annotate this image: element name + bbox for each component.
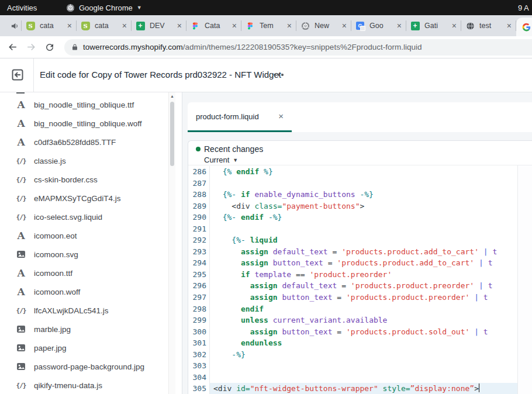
code-file-icon: {/} xyxy=(15,307,27,314)
scrollbar-thumb[interactable] xyxy=(170,102,174,166)
back-button[interactable] xyxy=(5,40,20,55)
font-file-icon: A xyxy=(15,99,27,110)
code-line-text xyxy=(210,178,518,189)
code-line-text: assign default_text = 'products.product.… xyxy=(210,280,518,292)
code-line[interactable]: 299 unless current_variant.available xyxy=(188,314,518,326)
browser-tab[interactable]: +DEV× xyxy=(132,16,186,35)
code-line[interactable]: 298 endif xyxy=(188,303,518,315)
file-item[interactable]: Aicomoon.ttf xyxy=(0,264,168,282)
code-editor-region: product-form.liquid × Recent changes Cur… xyxy=(182,92,532,394)
sheets-favicon: + xyxy=(410,21,420,30)
line-number: 304 xyxy=(188,372,210,383)
clock[interactable]: 9 A xyxy=(518,4,529,12)
code-line-text: {%- endif -%} xyxy=(210,212,518,223)
tab-close-icon[interactable]: × xyxy=(67,22,72,30)
browser-tab-active-partial[interactable] xyxy=(516,18,532,36)
tab-label: DEV xyxy=(150,22,174,30)
file-item[interactable]: {/}qikify-tmenu-data.js xyxy=(0,376,168,394)
file-item[interactable]: password-page-background.jpg xyxy=(0,357,168,376)
browser-tab[interactable]: test× xyxy=(461,16,516,35)
code-line-text xyxy=(210,372,518,383)
code-file-icon: {/} xyxy=(15,176,27,184)
code-line-text: assign button_text = 'products.product.a… xyxy=(210,257,518,269)
browser-tab[interactable]: GGoo× xyxy=(351,16,406,35)
code-line[interactable]: 297 assign button_text = 'products.produ… xyxy=(188,292,518,303)
file-name: ico-select.svg.liquid xyxy=(34,213,102,222)
browser-tab[interactable]: New× xyxy=(296,16,351,35)
browser-tab[interactable]: Cata× xyxy=(186,16,241,35)
tab-close-icon[interactable]: × xyxy=(342,22,347,30)
code-line[interactable]: 288 {%- if enable_dynamic_buttons -%} xyxy=(188,189,518,201)
code-line[interactable]: 286 {% endif %} xyxy=(188,166,518,178)
file-item[interactable]: icomoon.svg xyxy=(0,245,168,264)
file-name: marble.jpg xyxy=(34,325,71,334)
browser-tab[interactable]: Scata× xyxy=(22,16,76,35)
tab-close-icon[interactable]: × xyxy=(287,22,292,30)
file-item[interactable]: Ac0df3a6b528fdd85.TTF xyxy=(0,133,168,151)
code-line[interactable]: 293 assign default_text = 'products.prod… xyxy=(188,246,518,258)
code-line[interactable]: 295 if template == 'product.preorder' xyxy=(188,269,518,281)
file-item[interactable]: Aicomoon.woff xyxy=(0,282,168,301)
app-menu[interactable]: Google Chrome ▼ xyxy=(65,3,142,12)
chevron-down-icon: ▼ xyxy=(233,157,238,163)
file-sidebar: Abig_noodle_titling_oblique.ttfAbig_nood… xyxy=(0,92,182,394)
tab-close-icon[interactable]: × xyxy=(122,22,127,30)
tab-label: New xyxy=(315,22,338,30)
code-area[interactable]: 286 {% endif %}287288 {%- if enable_dyna… xyxy=(188,166,518,394)
tab-close-icon[interactable]: × xyxy=(507,22,512,30)
forward-button[interactable] xyxy=(23,40,39,55)
address-bar[interactable]: towerrecords.myshopify.com/admin/themes/… xyxy=(64,39,532,56)
file-item[interactable]: Aicomoon.eot xyxy=(0,226,168,245)
file-item[interactable]: {/}cs-skin-border.css xyxy=(0,170,168,189)
code-line[interactable]: 305<div id="nft-widget-buttons-wrapper" … xyxy=(188,383,518,394)
screen: Activities Google Chrome ▼ 9 A Scata×Sca… xyxy=(0,0,532,394)
image-file-icon xyxy=(15,343,27,352)
code-line[interactable]: 296 assign default_text = 'products.prod… xyxy=(188,280,518,292)
code-line[interactable]: 300 assign button_text = 'products.produ… xyxy=(188,326,518,338)
tab-close-icon[interactable]: × xyxy=(452,22,457,30)
file-item[interactable]: marble.jpg xyxy=(0,320,168,338)
file-item[interactable]: {/}lfcAXLwjkDALc541.js xyxy=(0,301,168,320)
editor-tab-close-icon[interactable]: × xyxy=(278,111,284,121)
version-dropdown[interactable]: Current ▼ xyxy=(204,155,238,164)
code-line[interactable]: 289 <div class="payment-buttons"> xyxy=(188,201,518,212)
code-line[interactable]: 290 {%- endif -%} xyxy=(188,212,518,223)
file-item[interactable]: paper.jpg xyxy=(0,338,168,357)
line-number: 295 xyxy=(188,269,210,281)
code-line[interactable]: 302 -%} xyxy=(188,349,518,361)
code-line-text: <div class="payment-buttons"> xyxy=(210,201,518,212)
more-actions-button[interactable] xyxy=(274,74,284,76)
sidebar-scrollbar[interactable]: ▲ xyxy=(168,92,175,394)
speaker-icon[interactable] xyxy=(8,22,21,30)
code-line[interactable]: 291 xyxy=(188,223,518,235)
tab-close-icon[interactable]: × xyxy=(232,22,237,30)
code-line[interactable]: 292 {%- liquid xyxy=(188,234,518,246)
clipped-file-icon xyxy=(16,92,25,94)
font-file-icon: A xyxy=(15,286,27,298)
code-line[interactable]: 303 xyxy=(188,360,518,372)
editor-tab-product-form[interactable]: product-form.liquid × xyxy=(188,102,292,132)
scroll-up-arrow-icon[interactable]: ▲ xyxy=(170,94,174,98)
tab-close-icon[interactable]: × xyxy=(397,22,402,30)
browser-tab[interactable]: Scata× xyxy=(77,16,131,35)
file-item[interactable]: {/}eMAPMXSyTCgGdiT4.js xyxy=(0,189,168,208)
code-line[interactable]: 304 xyxy=(188,372,518,383)
reload-button[interactable] xyxy=(42,40,57,55)
code-line[interactable]: 294 assign button_text = 'products.produ… xyxy=(188,257,518,269)
tab-close-icon[interactable]: × xyxy=(177,22,182,30)
lock-icon xyxy=(71,43,78,51)
file-item[interactable]: Abig_noodle_titling_oblique.woff xyxy=(0,114,168,133)
code-line[interactable]: 287 xyxy=(188,178,518,189)
activities-button[interactable]: Activities xyxy=(7,4,37,12)
line-number: 293 xyxy=(188,246,210,258)
url-domain: towerrecords.myshopify.com xyxy=(83,43,183,51)
file-name: qikify-tmenu-data.js xyxy=(34,381,102,390)
file-item[interactable]: {/}classie.js xyxy=(0,151,168,170)
browser-tab[interactable]: Tem× xyxy=(241,16,296,35)
code-line[interactable]: 301 endunless xyxy=(188,337,518,349)
exit-code-editor-button[interactable] xyxy=(11,68,25,82)
file-item[interactable]: {/}ico-select.svg.liquid xyxy=(0,208,168,226)
browser-tab[interactable]: +Gati× xyxy=(406,16,461,35)
file-item[interactable]: Abig_noodle_titling_oblique.ttf xyxy=(0,95,168,114)
editor-scrollbar[interactable] xyxy=(517,165,532,394)
